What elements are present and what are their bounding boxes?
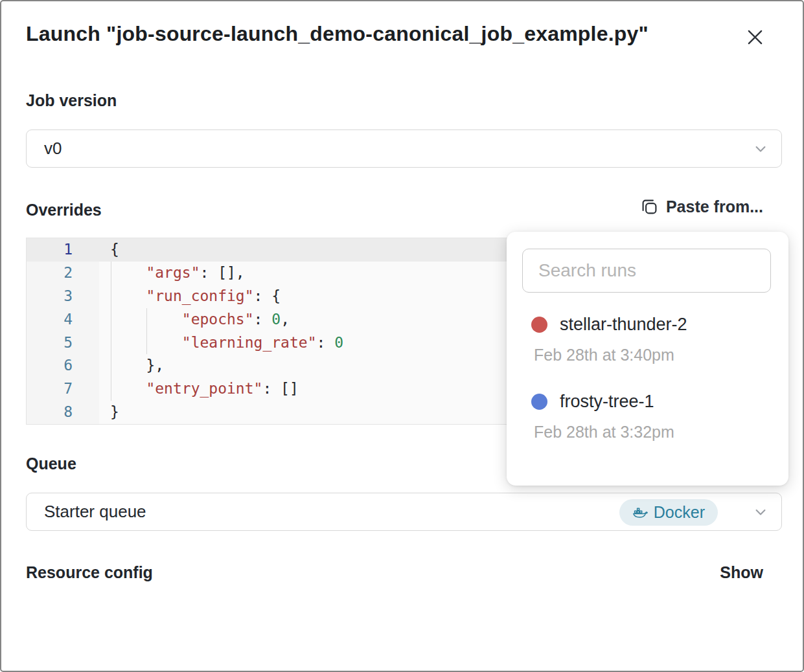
run-name: frosty-tree-1: [560, 392, 654, 412]
line-number: 1: [27, 238, 99, 262]
queue-value: Starter queue: [44, 502, 146, 522]
paste-from-popup: stellar-thunder-2Feb 28th at 3:40pmfrost…: [507, 232, 788, 486]
queue-label: Queue: [26, 454, 76, 473]
chevron-down-icon: [752, 503, 770, 521]
overrides-label: Overrides: [26, 201, 102, 219]
chevron-down-icon: [752, 140, 770, 158]
paste-from-label: Paste from...: [666, 197, 763, 216]
close-icon: [744, 27, 766, 48]
launch-job-modal: Launch "job-source-launch_demo-canonical…: [0, 0, 804, 672]
run-option[interactable]: frosty-tree-1Feb 28th at 3:32pm: [522, 392, 773, 442]
paste-from-button[interactable]: Paste from...: [641, 197, 763, 216]
modal-title: Launch "job-source-launch_demo-canonical…: [26, 22, 649, 46]
resource-config-show-button[interactable]: Show: [720, 563, 763, 582]
job-version-select[interactable]: v0: [26, 129, 782, 168]
close-button[interactable]: [742, 25, 767, 49]
line-number: 8: [27, 401, 99, 424]
line-number: 5: [27, 331, 99, 355]
run-color-dot: [531, 317, 547, 333]
run-date: Feb 28th at 3:40pm: [522, 346, 773, 364]
line-number: 4: [27, 308, 99, 331]
job-version-value: v0: [44, 139, 62, 159]
search-runs-input[interactable]: [522, 249, 771, 293]
copy-icon: [641, 198, 658, 216]
run-date: Feb 28th at 3:32pm: [522, 423, 773, 442]
runs-list: stellar-thunder-2Feb 28th at 3:40pmfrost…: [522, 315, 773, 442]
job-version-label: Job version: [26, 91, 117, 110]
run-option[interactable]: stellar-thunder-2Feb 28th at 3:40pm: [522, 315, 773, 364]
docker-badge-label: Docker: [654, 503, 705, 522]
line-number: 3: [27, 285, 99, 308]
line-number: 6: [27, 354, 99, 377]
line-number: 2: [27, 262, 99, 285]
run-name: stellar-thunder-2: [560, 315, 687, 335]
line-number: 7: [27, 377, 99, 401]
run-color-dot: [531, 394, 547, 410]
resource-config-label: Resource config: [26, 563, 153, 582]
docker-whale-icon: [632, 505, 648, 521]
docker-badge: Docker: [619, 499, 718, 526]
queue-select[interactable]: Starter queue Docker: [26, 493, 782, 531]
